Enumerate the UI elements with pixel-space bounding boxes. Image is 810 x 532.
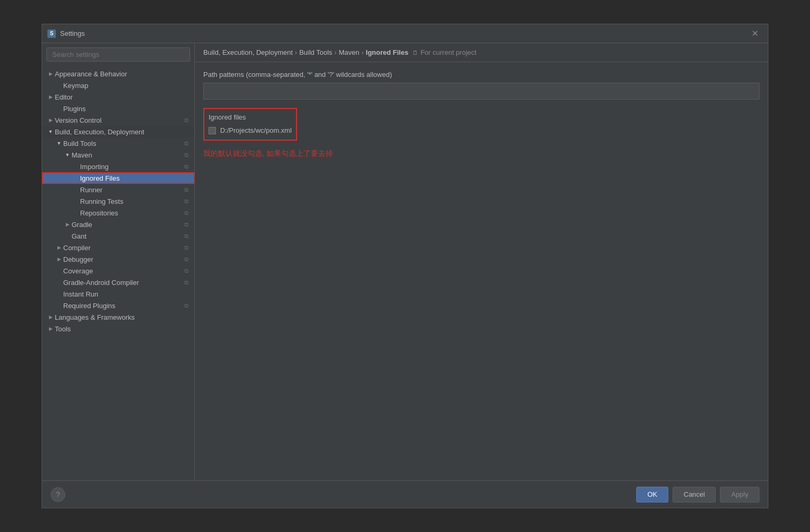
sidebar-item-label: Instant Run — [63, 290, 190, 298]
apply-button[interactable]: Apply — [720, 487, 759, 503]
breadcrumb-part-1: Build, Execution, Deployment — [203, 48, 293, 56]
breadcrumb-part-4: Ignored Files — [366, 48, 409, 56]
content-area: ▶ Appearance & Behavior Keymap ▶ Editor … — [42, 43, 768, 480]
dialog-title: Settings — [60, 29, 747, 37]
copy-icon: ⧉ — [183, 209, 190, 216]
sidebar-item-label: Coverage — [63, 267, 180, 275]
arrow-icon — [55, 104, 63, 113]
sidebar-item-label: Runner — [80, 186, 180, 194]
sidebar-item-label: Languages & Frameworks — [55, 313, 190, 321]
sidebar-item-label: Editor — [55, 93, 190, 101]
arrow-icon — [55, 301, 63, 310]
sidebar-item-label: Appearance & Behavior — [55, 70, 190, 78]
sidebar-item-label: Tools — [55, 325, 190, 333]
arrow-icon: ▶ — [63, 220, 72, 229]
copy-icon: ⧉ — [183, 116, 190, 124]
copy-icon: ⧉ — [183, 267, 190, 274]
ok-button[interactable]: OK — [636, 487, 668, 503]
arrow-icon — [72, 174, 80, 182]
sidebar-item-languages[interactable]: ▶ Languages & Frameworks — [42, 311, 194, 323]
copy-icon: ⧉ — [183, 244, 190, 251]
sidebar-item-label: Gant — [72, 232, 180, 240]
main-panel: Build, Execution, Deployment › Build Too… — [195, 43, 768, 480]
copy-icon: ⧉ — [183, 221, 190, 228]
sidebar-item-label: Gradle-Android Compiler — [63, 279, 180, 287]
sidebar-item-instant-run[interactable]: Instant Run — [42, 288, 194, 300]
sidebar-item-debugger[interactable]: ▶ Debugger ⧉ — [42, 253, 194, 265]
arrow-icon — [55, 290, 63, 298]
arrow-icon: ▼ — [55, 139, 63, 147]
sidebar-item-gradle-android[interactable]: Gradle-Android Compiler ⧉ — [42, 277, 194, 288]
title-bar: S Settings ✕ — [42, 24, 768, 43]
sidebar-item-label: Maven — [72, 151, 180, 159]
annotation-text: 我的默认就没勾选, 如果勾选上了要去掉 — [203, 149, 759, 159]
sidebar-item-version-control[interactable]: ▶ Version Control ⧉ — [42, 114, 194, 126]
sidebar-item-gant[interactable]: Gant ⧉ — [42, 230, 194, 242]
sidebar-item-label: Running Tests — [80, 198, 180, 205]
sidebar-item-repositories[interactable]: Repositories ⧉ — [42, 207, 194, 219]
sidebar-item-label: Version Control — [55, 116, 180, 124]
sidebar-item-runner[interactable]: Runner ⧉ — [42, 184, 194, 195]
sidebar-item-ignored-files[interactable]: Ignored Files ⧉ — [42, 172, 194, 184]
copy-icon: ⧉ — [183, 163, 190, 170]
breadcrumb-part-2: Build Tools — [299, 48, 332, 56]
copy-icon: ⧉ — [183, 198, 190, 205]
sidebar-item-tools[interactable]: ▶ Tools — [42, 323, 194, 334]
sidebar-item-gradle[interactable]: ▶ Gradle ⧉ — [42, 219, 194, 230]
cancel-button[interactable]: Cancel — [673, 487, 716, 503]
breadcrumb-sep-2: › — [334, 48, 337, 56]
breadcrumb-sep-1: › — [295, 48, 297, 56]
sidebar-item-keymap[interactable]: Keymap — [42, 80, 194, 91]
sidebar-item-coverage[interactable]: Coverage ⧉ — [42, 265, 194, 277]
arrow-icon: ▶ — [46, 324, 55, 333]
arrow-icon: ▶ — [46, 93, 55, 101]
copy-icon: ⧉ — [183, 232, 190, 240]
settings-dialog: S Settings ✕ ▶ Appearance & Behavior Key… — [42, 24, 768, 508]
search-input[interactable] — [46, 47, 190, 62]
arrow-icon: ▶ — [46, 116, 55, 124]
arrow-icon: ▼ — [63, 151, 72, 159]
file-checkbox[interactable] — [209, 127, 216, 134]
sidebar-item-label: Keymap — [63, 82, 190, 90]
sidebar-item-label: Build, Execution, Deployment — [55, 128, 190, 136]
sidebar-item-editor[interactable]: ▶ Editor — [42, 91, 194, 103]
arrow-icon — [63, 232, 72, 240]
path-patterns-input[interactable] — [203, 83, 759, 100]
breadcrumb-project: For current project — [420, 48, 476, 56]
sidebar-item-compiler[interactable]: ▶ Compiler ⧉ — [42, 242, 194, 253]
arrow-icon — [72, 162, 80, 171]
breadcrumb-sep-3: › — [361, 48, 363, 56]
sidebar-item-label: Importing — [80, 163, 180, 171]
ignored-file-item: D:/Projects/wc/pom.xml — [209, 125, 292, 135]
sidebar-item-label: Compiler — [63, 244, 180, 252]
copy-icon: ⧉ — [183, 174, 190, 182]
sidebar-item-build-tools[interactable]: ▼ Build Tools ⧉ — [42, 137, 194, 149]
sidebar-item-label: Debugger — [63, 255, 180, 263]
breadcrumb-icon: 🗒 — [412, 50, 418, 56]
sidebar: ▶ Appearance & Behavior Keymap ▶ Editor … — [42, 43, 195, 480]
arrow-icon: ▼ — [46, 127, 55, 136]
breadcrumb-part-3: Maven — [339, 48, 359, 56]
sidebar-item-maven[interactable]: ▼ Maven ⧉ — [42, 149, 194, 161]
sidebar-item-label: Plugins — [63, 105, 190, 113]
help-button[interactable]: ? — [51, 487, 65, 502]
app-icon: S — [47, 29, 56, 38]
arrow-icon — [55, 267, 63, 275]
arrow-icon — [55, 278, 63, 287]
close-button[interactable]: ✕ — [747, 26, 763, 41]
sidebar-item-running-tests[interactable]: Running Tests ⧉ — [42, 195, 194, 207]
settings-content: Path patterns (comma-separated, '*' and … — [195, 62, 768, 480]
sidebar-item-plugins[interactable]: Plugins — [42, 103, 194, 114]
arrow-icon — [72, 209, 80, 217]
sidebar-item-label: Ignored Files — [80, 174, 180, 182]
tree-area: ▶ Appearance & Behavior Keymap ▶ Editor … — [42, 66, 194, 480]
sidebar-item-appearance[interactable]: ▶ Appearance & Behavior — [42, 68, 194, 80]
breadcrumb: Build, Execution, Deployment › Build Too… — [195, 43, 768, 62]
path-patterns-label: Path patterns (comma-separated, '*' and … — [203, 71, 759, 78]
sidebar-item-required-plugins[interactable]: Required Plugins ⧉ — [42, 300, 194, 311]
bottom-left: ? — [51, 487, 632, 502]
sidebar-item-build-execution[interactable]: ▼ Build, Execution, Deployment — [42, 126, 194, 137]
sidebar-item-importing[interactable]: Importing ⧉ — [42, 161, 194, 172]
arrow-icon: ▶ — [46, 313, 55, 321]
copy-icon: ⧉ — [183, 279, 190, 286]
